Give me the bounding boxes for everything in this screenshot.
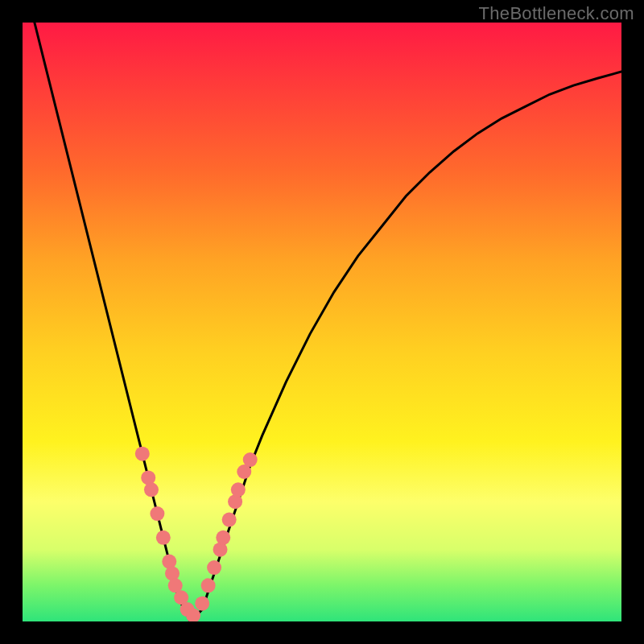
watermark-text: TheBottleneck.com <box>479 3 634 24</box>
chart-frame: TheBottleneck.com <box>0 0 644 644</box>
chart-plot-area <box>23 23 621 621</box>
